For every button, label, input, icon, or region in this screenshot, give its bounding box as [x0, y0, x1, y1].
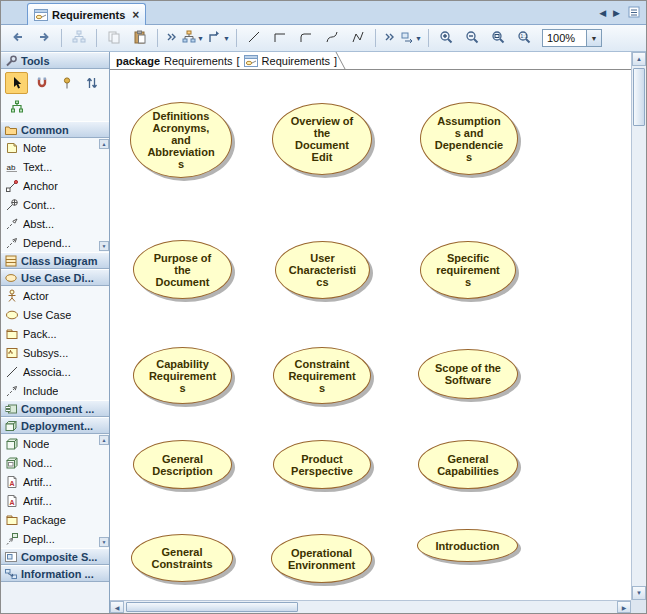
line-style-curved-button[interactable] [320, 27, 344, 49]
palette-header-tools[interactable]: Tools [1, 52, 109, 69]
copy-button[interactable] [102, 27, 126, 49]
palette-header-class-diagram[interactable]: Class Diagram [1, 252, 109, 269]
next-diagram-icon[interactable]: ▶ [613, 9, 620, 18]
ucdiag-icon [4, 271, 18, 285]
palette-header-common[interactable]: Common [1, 121, 109, 138]
tab-title: Requirements [52, 9, 125, 21]
svg-text:ab: ab [7, 163, 16, 172]
palette-item-depend[interactable]: Depend... [1, 233, 99, 252]
palette-item-depl[interactable]: Depl... [1, 529, 99, 548]
quick-layout-button[interactable]: ▼ [207, 27, 231, 49]
palette-scroll-down-icon[interactable]: ▼ [99, 537, 109, 547]
palette-item-associa[interactable]: Associa... [1, 362, 99, 381]
line-style-spline-button[interactable] [346, 27, 370, 49]
palette-item-label: Use Case [23, 309, 71, 321]
palette-item-note[interactable]: Note [1, 138, 99, 157]
usecase-general-capabilities[interactable]: GeneralCapabilities [418, 440, 518, 489]
palette-header-component[interactable]: Component ... [1, 400, 109, 417]
swap-tool-button[interactable] [80, 72, 103, 94]
palette-item-subsys[interactable]: Subsys... [1, 343, 99, 362]
line-style-rounded-button[interactable] [294, 27, 318, 49]
palette-scroll-up-icon[interactable]: ▲ [99, 435, 109, 445]
zoom-fit-button[interactable] [486, 27, 510, 49]
palette-item-artif[interactable]: AArtif... [1, 472, 99, 491]
horizontal-scroll-thumb[interactable] [126, 602, 298, 612]
tree-tool-button[interactable] [5, 96, 28, 118]
usecase-general-constraints[interactable]: GeneralConstraints [131, 534, 233, 582]
usecase-definitions-acronyms-and-abbreviations[interactable]: DefinitionsAcronyms,andAbbreviations [130, 102, 232, 178]
palette-item-pack[interactable]: Pack... [1, 324, 99, 343]
palette-item-actor[interactable]: Actor [1, 286, 99, 305]
usecase-assumptions-and-dependencies[interactable]: Assumptions andDependencies [420, 102, 518, 175]
toolbar-separator [236, 29, 237, 47]
usecase-constraint-requirements[interactable]: ConstraintRequirements [273, 347, 371, 404]
scroll-down-icon[interactable]: ▼ [632, 586, 646, 600]
palette-item-node[interactable]: Node [1, 434, 99, 453]
usecase-introduction[interactable]: Introduction [417, 529, 518, 562]
scroll-up-icon[interactable]: ▲ [632, 52, 646, 66]
zoom-caret-down-icon[interactable]: ▼ [586, 30, 601, 46]
scroll-right-icon[interactable]: ▶ [617, 601, 631, 613]
usecase-operational-environment[interactable]: OperationalEnvironment [271, 534, 372, 583]
forward-icon [37, 30, 51, 46]
scroll-left-icon[interactable]: ◀ [110, 601, 124, 613]
line-style-rectilinear-button[interactable] [268, 27, 292, 49]
palette-header-information[interactable]: Information ... [1, 565, 109, 582]
palette-item-nod[interactable]: Nod... [1, 453, 99, 472]
palette-item-use-case[interactable]: Use Case [1, 305, 99, 324]
line-style-straight-button[interactable] [242, 27, 266, 49]
palette-item-artif[interactable]: AArtif... [1, 491, 99, 510]
usecase-purpose-of-the-document[interactable]: Purpose oftheDocument [133, 240, 232, 299]
palette-header-composite-s[interactable]: Composite S... [1, 548, 109, 565]
toolbar-overflow-button[interactable] [163, 27, 179, 49]
selection-filter-button[interactable]: ▼ [399, 27, 423, 49]
palette-item-abst[interactable]: Abst... [1, 214, 99, 233]
diagram-area: package Requirements [ Requirements ] De… [110, 52, 646, 613]
vertical-scroll-track[interactable] [632, 66, 646, 586]
layout-button[interactable]: ▼ [181, 27, 205, 49]
palette-item-anchor[interactable]: Anchor [1, 176, 99, 195]
related-elements-button[interactable] [67, 27, 91, 49]
usecase-label: Specificrequirements [430, 252, 506, 288]
selection-tool-button[interactable] [5, 72, 28, 94]
usecase-general-description[interactable]: GeneralDescription [133, 440, 232, 489]
sticky-tool-button[interactable] [55, 72, 78, 94]
usecase-label: ConstraintRequirements [282, 358, 361, 394]
diagram-canvas[interactable]: package Requirements [ Requirements ] De… [110, 52, 631, 600]
usecase-capability-requirements[interactable]: CapabilityRequirements [133, 347, 232, 404]
horizontal-scroll-track[interactable] [124, 601, 617, 613]
palette-item-package[interactable]: Package [1, 510, 99, 529]
usecase-scope-of-the-software[interactable]: Scope of theSoftware [418, 349, 518, 399]
forward-button[interactable] [32, 27, 56, 49]
tab-close-icon[interactable]: × [132, 9, 139, 21]
palette-scroll-up-icon[interactable]: ▲ [99, 139, 109, 149]
previous-diagram-icon[interactable]: ◀ [599, 9, 606, 18]
usecase-product-perspective[interactable]: ProductPerspective [273, 440, 371, 489]
horizontal-scrollbar[interactable]: ◀ ▶ [110, 600, 631, 613]
palette-scroll-down-icon[interactable]: ▼ [99, 241, 109, 251]
diagram-list-icon[interactable] [627, 5, 641, 21]
vertical-scrollbar[interactable]: ▲ ▼ [631, 52, 646, 600]
usecase-specific-requirements[interactable]: Specificrequirements [420, 241, 516, 299]
vertical-scroll-thumb[interactable] [633, 68, 645, 126]
frame-diagram-name: Requirements [262, 55, 330, 67]
zoom-1-1-button[interactable]: 1:1 [512, 27, 536, 49]
zoomfit-icon [491, 30, 505, 46]
zoom-out-button[interactable] [460, 27, 484, 49]
palette-header-deployment[interactable]: Deployment... [1, 417, 109, 434]
palette-item-label: Depend... [23, 237, 71, 249]
zoom-level-select[interactable]: 100% ▼ [542, 29, 602, 47]
toolbar-overflow-2-button[interactable] [381, 27, 397, 49]
containment-icon [5, 198, 19, 212]
palette-item-text[interactable]: abText... [1, 157, 99, 176]
zoom-in-button[interactable] [434, 27, 458, 49]
usecase-overview-of-the-document-edit[interactable]: Overview oftheDocumentEdit [272, 103, 372, 175]
magnet-tool-button[interactable] [30, 72, 53, 94]
back-button[interactable] [6, 27, 30, 49]
palette-item-cont[interactable]: Cont... [1, 195, 99, 214]
usecase-user-characteristics[interactable]: UserCharacteristics [275, 241, 370, 299]
palette-header-use-case-di[interactable]: Use Case Di... [1, 269, 109, 286]
tab-requirements[interactable]: Requirements × [27, 3, 146, 25]
palette-item-include[interactable]: Include [1, 381, 99, 400]
paste-button[interactable] [128, 27, 152, 49]
